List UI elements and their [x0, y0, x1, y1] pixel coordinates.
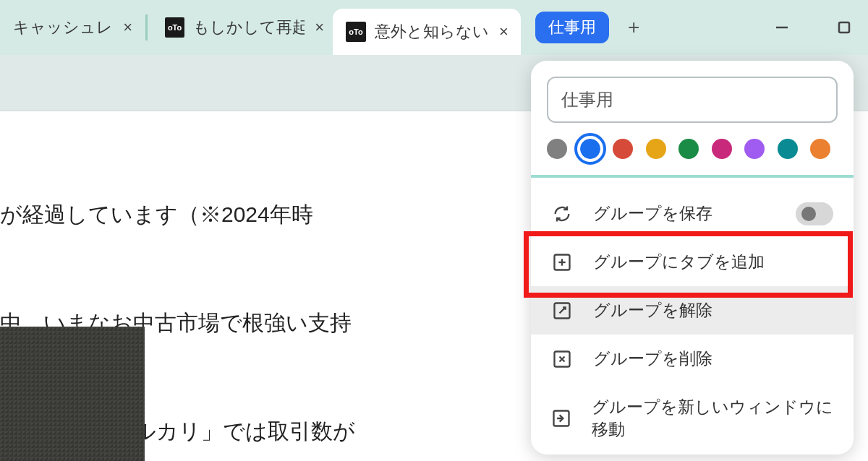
save-toggle[interactable] — [796, 202, 833, 225]
tab-0[interactable]: キャッシュレス決 × — [0, 4, 141, 51]
menu-label: グループにタブを追加 — [593, 251, 765, 273]
menu-save-group[interactable]: グループを保存 — [531, 189, 854, 238]
menu-ungroup[interactable]: グループを解除 — [531, 286, 854, 335]
tab-2-active[interactable]: oTo 意外と知らない × — [333, 9, 521, 55]
close-icon[interactable]: × — [123, 18, 132, 37]
favicon-icon: oTo — [346, 22, 366, 42]
color-swatch-green[interactable] — [678, 139, 699, 159]
menu-label: グループを解除 — [593, 299, 712, 322]
favicon-icon: oTo — [165, 17, 184, 38]
ungroup-icon — [551, 300, 573, 322]
color-swatch-purple[interactable] — [744, 139, 765, 159]
color-swatch-yellow[interactable] — [646, 139, 666, 159]
color-swatch-grey[interactable] — [547, 139, 567, 159]
color-swatch-blue[interactable] — [580, 139, 600, 159]
color-swatch-teal[interactable] — [778, 139, 798, 159]
tab-separator — [145, 14, 148, 40]
tab-group-chip[interactable]: 仕事用 — [535, 12, 609, 43]
new-tab-button[interactable]: + — [628, 16, 639, 39]
maximize-button[interactable] — [835, 18, 854, 37]
move-window-icon — [551, 408, 571, 429]
group-chip-label: 仕事用 — [548, 18, 596, 36]
color-swatch-pink[interactable] — [712, 139, 732, 159]
delete-square-icon — [551, 348, 573, 370]
menu-move-window[interactable]: グループを新しいウィンドウに移動 — [531, 383, 854, 454]
tab-group-popup: 仕事用 グループを保存 グループにタブを追加 — [531, 61, 854, 454]
close-icon[interactable]: × — [315, 18, 324, 37]
color-swatch-orange[interactable] — [810, 139, 830, 159]
close-icon[interactable]: × — [499, 22, 509, 41]
article-image — [0, 327, 145, 461]
group-name-value: 仕事用 — [561, 90, 613, 109]
color-swatch-red[interactable] — [613, 139, 633, 159]
menu-delete-group[interactable]: グループを削除 — [531, 335, 854, 383]
tab-title: もしかして再起 — [193, 17, 305, 38]
text-line: が経過しています（※2024年時 — [0, 197, 355, 233]
menu-label: グループを新しいウィンドウに移動 — [592, 396, 833, 441]
minimize-button[interactable] — [773, 18, 791, 37]
plus-square-icon — [551, 251, 573, 273]
refresh-icon — [551, 203, 573, 225]
color-picker-row — [547, 139, 838, 159]
tab-title: キャッシュレス決 — [13, 17, 113, 38]
svg-rect-1 — [839, 22, 849, 33]
popup-menu: グループを保存 グループにタブを追加 グループを解除 グループを削除 グル — [531, 178, 854, 454]
menu-add-tab[interactable]: グループにタブを追加 — [531, 238, 854, 286]
menu-label: グループを保存 — [593, 202, 712, 225]
tab-title: 意外と知らない — [375, 21, 489, 43]
group-name-input[interactable]: 仕事用 — [547, 77, 838, 123]
tab-1[interactable]: oTo もしかして再起 × — [152, 4, 333, 51]
menu-label: グループを削除 — [593, 348, 712, 370]
window-controls — [773, 0, 854, 55]
tab-strip: キャッシュレス決 × oTo もしかして再起 × oTo 意外と知らない × 仕… — [0, 0, 868, 55]
